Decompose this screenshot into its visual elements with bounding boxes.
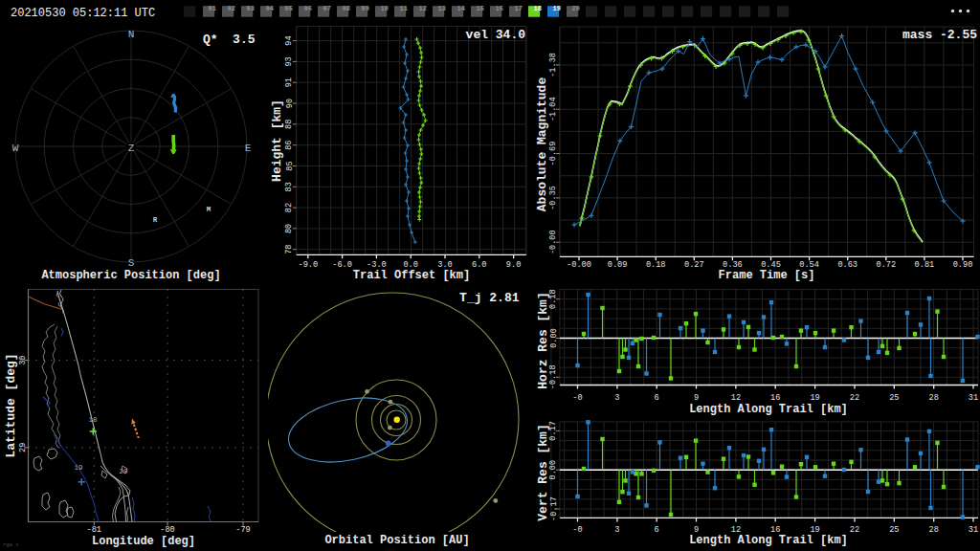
svg-text:0.09: 0.09 <box>608 260 628 270</box>
svg-text:M: M <box>207 206 212 213</box>
svg-text:30: 30 <box>18 356 28 365</box>
svg-text:19: 19 <box>74 464 82 472</box>
svg-text:Q* 3.5: Q* 3.5 <box>203 33 256 47</box>
svg-text:12: 12 <box>419 5 427 12</box>
svg-text:Length Along Trail [km]: Length Along Trail [km] <box>689 403 848 416</box>
svg-text:Height [km]: Height [km] <box>270 99 284 182</box>
svg-text:vel 34.0: vel 34.0 <box>466 28 526 42</box>
svg-text:01: 01 <box>209 5 216 12</box>
svg-text:16: 16 <box>496 5 503 12</box>
svg-text:0.63: 0.63 <box>837 260 858 270</box>
svg-text:06: 06 <box>304 5 312 12</box>
svg-text:-81: -81 <box>87 525 101 535</box>
svg-text:Atmospheric Position [deg]: Atmospheric Position [deg] <box>41 269 220 282</box>
svg-text:-0.18: -0.18 <box>549 364 559 389</box>
svg-text:-0.17: -0.17 <box>549 496 559 521</box>
svg-text:-0: -0 <box>572 525 582 535</box>
svg-text:90: 90 <box>285 99 295 108</box>
svg-text:-79: -79 <box>235 525 250 535</box>
svg-text:22: 22 <box>850 393 859 403</box>
svg-text:R: R <box>153 216 158 224</box>
svg-text:Latitude [deg]: Latitude [deg] <box>4 353 18 457</box>
svg-text:rgw v: rgw v <box>3 541 19 548</box>
svg-text:83: 83 <box>285 182 295 191</box>
svg-text:08: 08 <box>343 5 350 12</box>
svg-text:-1.38: -1.38 <box>548 53 558 77</box>
svg-text:80: 80 <box>285 224 295 233</box>
svg-text:6: 6 <box>655 525 659 535</box>
svg-text:N: N <box>128 29 135 40</box>
svg-text:18: 18 <box>88 416 97 424</box>
svg-text:-0.00: -0.00 <box>567 260 591 270</box>
svg-text:31: 31 <box>969 525 978 535</box>
svg-text:20210530 05:12:11 UTC: 20210530 05:12:11 UTC <box>11 7 155 20</box>
svg-text:20: 20 <box>572 5 580 12</box>
svg-text:3: 3 <box>614 525 619 535</box>
svg-text:16: 16 <box>770 393 780 403</box>
svg-text:-0.00: -0.00 <box>548 230 558 254</box>
svg-text:86: 86 <box>285 141 295 150</box>
svg-text:Absolute Magnitude: Absolute Magnitude <box>535 77 549 212</box>
svg-text:03: 03 <box>247 5 255 12</box>
svg-text:22: 22 <box>850 525 859 535</box>
svg-text:91: 91 <box>285 77 295 87</box>
svg-text:-0.69: -0.69 <box>548 142 558 166</box>
svg-text:-1.04: -1.04 <box>548 97 558 121</box>
svg-text:6: 6 <box>655 393 659 403</box>
svg-text:28: 28 <box>929 393 939 403</box>
svg-text:-9.0: -9.0 <box>298 260 318 270</box>
svg-text:29: 29 <box>18 443 28 452</box>
svg-text:13: 13 <box>438 5 446 12</box>
svg-text:0.17: 0.17 <box>549 421 559 441</box>
svg-text:3: 3 <box>614 393 619 403</box>
svg-text:93: 93 <box>285 56 295 66</box>
svg-text:88: 88 <box>285 120 295 129</box>
svg-text:0.90: 0.90 <box>953 260 973 270</box>
svg-text:0.00: 0.00 <box>549 460 559 480</box>
svg-text:25: 25 <box>889 393 899 403</box>
svg-text:28: 28 <box>929 525 939 535</box>
svg-text:0.18: 0.18 <box>646 260 666 270</box>
svg-text:6.0: 6.0 <box>472 260 486 270</box>
svg-text:31: 31 <box>969 393 978 403</box>
svg-text:18: 18 <box>534 5 542 12</box>
svg-text:82: 82 <box>285 203 295 212</box>
svg-text:9.0: 9.0 <box>506 260 521 270</box>
svg-text:0.18: 0.18 <box>549 289 559 309</box>
svg-text:Length Along Trail [km]: Length Along Trail [km] <box>689 534 848 547</box>
svg-text:mass -2.55: mass -2.55 <box>902 28 977 42</box>
svg-text:85: 85 <box>285 161 295 170</box>
svg-text:-0.35: -0.35 <box>548 186 558 210</box>
svg-text:14: 14 <box>457 5 465 12</box>
svg-text:09: 09 <box>362 5 369 12</box>
svg-text:02: 02 <box>228 5 235 12</box>
svg-text:0.72: 0.72 <box>876 260 896 270</box>
svg-text:9: 9 <box>694 393 699 403</box>
svg-text:Horz Res [km]: Horz Res [km] <box>536 292 550 388</box>
svg-text:Z: Z <box>128 143 135 154</box>
svg-text:94: 94 <box>285 35 295 45</box>
svg-text:19: 19 <box>810 393 819 403</box>
svg-text:12: 12 <box>731 393 741 403</box>
svg-text:W: W <box>12 143 19 154</box>
svg-text:Orbital Position [AU]: Orbital Position [AU] <box>324 534 469 547</box>
svg-text:25: 25 <box>889 525 899 535</box>
svg-text:17: 17 <box>515 5 523 12</box>
svg-text:Longitude [deg]: Longitude [deg] <box>92 535 195 548</box>
svg-text:15: 15 <box>477 5 484 12</box>
svg-text:78: 78 <box>285 245 295 254</box>
svg-text:0.00: 0.00 <box>549 328 559 348</box>
svg-text:E: E <box>245 143 252 154</box>
svg-text:Trail Offset [km]: Trail Offset [km] <box>353 269 470 282</box>
svg-text:Frame Time [s]: Frame Time [s] <box>719 269 815 282</box>
svg-text:S: S <box>128 257 135 269</box>
svg-text:05: 05 <box>285 5 293 12</box>
svg-text:07: 07 <box>323 5 331 12</box>
svg-text:-0: -0 <box>572 393 582 403</box>
svg-text:10: 10 <box>381 5 389 12</box>
svg-text:-80: -80 <box>160 525 174 535</box>
svg-text:T_j 2.81: T_j 2.81 <box>459 291 520 305</box>
svg-text:11: 11 <box>400 5 408 12</box>
svg-text:04: 04 <box>266 5 274 12</box>
svg-text:-6.0: -6.0 <box>332 260 352 270</box>
